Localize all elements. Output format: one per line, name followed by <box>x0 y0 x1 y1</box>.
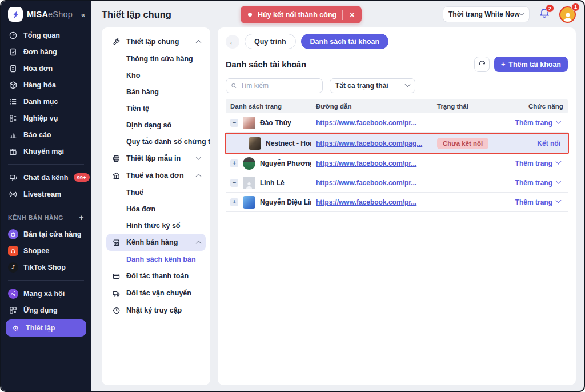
menu-item-warehouse[interactable]: Kho <box>106 67 206 83</box>
add-account-button[interactable]: + Thêm tài khoản <box>494 57 568 72</box>
menu-item-invoice[interactable]: Hóa đơn <box>106 201 206 217</box>
page-avatar <box>243 117 255 129</box>
wrench-icon <box>111 38 121 46</box>
settings-menu: Thiết lập chung Thông tin cửa hàng Kho B… <box>102 27 210 385</box>
user-menu-button[interactable]: 1 <box>559 6 576 23</box>
sidebar-item-tiktok-shop[interactable]: ♪ TikTok Shop <box>1 259 91 275</box>
tabs-row: ← Quy trình Danh sách tài khoản <box>226 34 568 49</box>
menu-item-sales[interactable]: Bán hàng <box>106 83 206 100</box>
content-area: Thiết lập chung Hủy kết nối thành công ×… <box>91 1 584 391</box>
plus-icon: + <box>501 61 505 69</box>
misa-logo-icon <box>8 7 23 22</box>
report-chart-icon <box>8 130 18 139</box>
menu-item-access-log[interactable]: Nhật ký truy cập <box>106 302 206 319</box>
menu-item-number-format[interactable]: Định dạng số <box>106 117 206 133</box>
menu-item-document-numbering[interactable]: Quy tắc đánh số chứng từ <box>106 133 206 150</box>
menu-item-store-info[interactable]: Thông tin cửa hàng <box>106 50 206 67</box>
sidebar-item-reports[interactable]: Báo cáo <box>1 126 91 143</box>
table-row-highlighted: Nestnect - Home https://www.facebook.com… <box>225 133 569 154</box>
page-name: Nguyễn Phương Ly <box>260 159 311 167</box>
chat-count-badge: 99+ <box>74 173 90 182</box>
avatar-count-badge: 1 <box>571 3 580 11</box>
notifications-button[interactable]: 2 <box>539 7 550 21</box>
expand-toggle[interactable]: + <box>230 159 238 167</box>
connect-action[interactable]: Kết nối <box>524 139 568 147</box>
operations-icon <box>8 114 18 123</box>
add-page-action[interactable]: Thêm trang <box>524 119 568 127</box>
sidebar-item-orders[interactable]: Đơn hàng <box>1 43 91 60</box>
page-name: Nguyễn Diệu Linh <box>260 198 311 206</box>
sidebar-item-categories[interactable]: Danh mục <box>1 93 91 110</box>
menu-group-print-templates[interactable]: Thiết lập mẫu in <box>106 150 206 167</box>
sidebar-item-omnichat[interactable]: Chat đa kênh 99+ <box>1 169 91 186</box>
facebook-link[interactable]: https://www.facebook.com/pr... <box>316 119 416 127</box>
chevron-down-icon <box>556 159 562 165</box>
sidebar-item-livestream[interactable]: Livestream <box>1 186 91 202</box>
page-title: Thiết lập chung <box>102 9 171 20</box>
sidebar-item-shopee[interactable]: Shopee <box>1 242 91 259</box>
overview-icon <box>8 31 18 40</box>
menu-item-digital-signature[interactable]: Hình thức ký số <box>106 217 206 234</box>
sidebar-item-social[interactable]: Mạng xã hội <box>1 285 91 302</box>
refresh-button[interactable] <box>474 57 490 72</box>
menu-item-shipping-partners[interactable]: Đối tác vận chuyển <box>106 285 206 302</box>
search-input[interactable] <box>241 82 318 90</box>
sidebar-item-operations[interactable]: Nghiệp vụ <box>1 110 91 126</box>
store-selector[interactable]: Thời trang White Now <box>443 6 530 22</box>
search-box[interactable] <box>226 78 323 93</box>
apps-grid-icon <box>8 306 18 315</box>
accounts-table: Danh sách trang Đường dẫn Trạng thái Chứ… <box>226 99 568 212</box>
status-badge: Chưa kết nối <box>437 138 488 149</box>
collapse-toggle[interactable]: − <box>230 119 238 127</box>
goods-icon <box>8 81 18 90</box>
chevron-up-icon <box>196 39 202 45</box>
status-filter-select[interactable]: Tất cả trạng thái <box>330 78 415 93</box>
category-list-icon <box>8 97 18 106</box>
sidebar-divider <box>8 280 84 281</box>
add-channel-icon[interactable]: + <box>79 213 84 222</box>
topbar-actions: Thời trang White Now 2 1 <box>443 6 576 23</box>
add-page-action[interactable]: Thêm trang <box>524 159 568 167</box>
shopee-icon <box>8 246 18 256</box>
back-button[interactable]: ← <box>226 35 239 49</box>
brand-name: MISAeShop <box>27 10 73 19</box>
sidebar-item-invoices[interactable]: Hóa đơn <box>1 60 91 77</box>
facebook-link[interactable]: https://www.facebook.com/pr... <box>316 198 416 206</box>
history-clock-icon <box>111 306 121 315</box>
truck-icon <box>111 289 121 298</box>
toast-divider <box>342 10 343 20</box>
menu-group-general-settings[interactable]: Thiết lập chung <box>106 33 206 50</box>
menu-item-currency[interactable]: Tiền tệ <box>106 100 206 117</box>
toast-close-icon[interactable]: × <box>348 10 355 19</box>
menu-group-tax-invoice[interactable]: Thuế và hóa đơn <box>106 167 206 184</box>
facebook-link[interactable]: https://www.facebook.com/pag... <box>316 139 422 147</box>
heading-row: Danh sách tài khoản + Thêm tài khoản <box>226 57 568 72</box>
sidebar-item-settings[interactable]: ⚙ Thiết lập <box>6 319 86 337</box>
add-page-action[interactable]: Thêm trang <box>524 198 568 206</box>
toast-status-icon <box>248 13 252 17</box>
menu-item-channel-list[interactable]: Danh sách kênh bán <box>106 251 206 267</box>
tab-process[interactable]: Quy trình <box>245 34 296 49</box>
sidebar-item-products[interactable]: Hàng hóa <box>1 77 91 93</box>
facebook-link[interactable]: https://www.facebook.com/pr... <box>316 179 416 187</box>
menu-item-payment-partners[interactable]: Đối tác thanh toán <box>106 267 206 285</box>
add-page-action[interactable]: Thêm trang <box>524 179 568 187</box>
printer-icon <box>111 154 121 163</box>
menu-group-sales-channels[interactable]: Kênh bán hàng <box>106 234 206 251</box>
chevron-down-icon <box>405 81 411 87</box>
toast-message: Hủy kết nối thành công <box>258 11 336 19</box>
store-bag-icon <box>8 229 18 239</box>
sidebar-item-overview[interactable]: Tổng quan <box>1 27 91 43</box>
sidebar-collapse-icon[interactable]: « <box>81 10 85 19</box>
sidebar-item-promotions[interactable]: Khuyến mại <box>1 143 91 159</box>
facebook-link[interactable]: https://www.facebook.com/pr... <box>316 159 416 167</box>
menu-item-tax[interactable]: Thuế <box>106 184 206 201</box>
tax-building-icon <box>111 171 121 180</box>
tab-account-list[interactable]: Danh sách tài khoản <box>301 34 389 49</box>
page-avatar <box>243 196 255 209</box>
sidebar-item-store-channel[interactable]: Bán tại cửa hàng <box>1 226 91 242</box>
sidebar-item-apps[interactable]: Ứng dụng <box>1 302 91 318</box>
app-window: MISAeShop « Tổng quan Đơn hàng Hóa đơn H… <box>0 0 585 392</box>
expand-toggle[interactable]: + <box>230 198 238 206</box>
collapse-toggle[interactable]: − <box>230 179 238 187</box>
